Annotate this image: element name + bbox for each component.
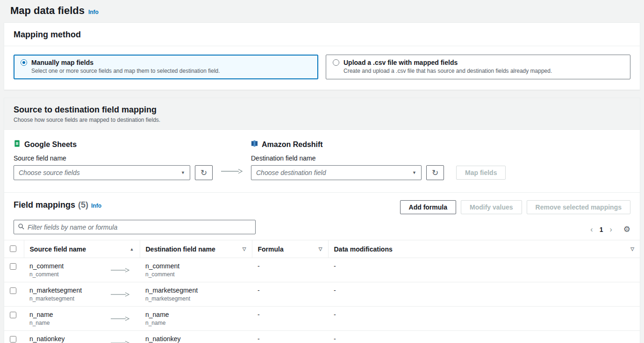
option-csv-label: Upload a .csv file with mapped fields (343, 59, 458, 66)
filter-column-icon[interactable]: ▽ (319, 246, 322, 252)
page-title: Map data fields (10, 5, 85, 17)
source-field-sub: n_comment (29, 271, 64, 278)
destination-field: n_nationkey (145, 335, 246, 343)
formula-value: - (258, 287, 260, 294)
flow-arrow-wrap (213, 140, 251, 175)
modifications-value: - (334, 335, 336, 343)
select-all-checkbox[interactable] (10, 245, 16, 252)
page-info-link[interactable]: Info (88, 9, 99, 15)
gear-icon: ⚙ (623, 225, 630, 234)
header-modifications-label: Data modifications (334, 245, 393, 253)
remove-selected-mappings-button[interactable]: Remove selected mappings (527, 200, 630, 214)
source-destination-header: Source to destination field mapping Choo… (4, 98, 640, 130)
radio-unselected-icon[interactable] (333, 59, 339, 66)
table-settings-button[interactable]: ⚙ (623, 224, 630, 234)
page-header: Map data fields Info (0, 0, 644, 22)
row-checkbox[interactable] (10, 336, 16, 343)
field-mappings-title-row: Field mappings (5) Info (14, 200, 101, 210)
filter-fields-input[interactable] (28, 224, 251, 231)
source-refresh-button[interactable]: ↻ (195, 165, 213, 180)
modifications-value: - (334, 262, 336, 270)
option-upload-csv[interactable]: Upload a .csv file with mapped fields Cr… (326, 55, 630, 79)
mapping-arrow-icon (111, 268, 129, 273)
field-mappings-count: (5) (78, 200, 88, 210)
pagination: ‹ 1 › ⚙ (589, 224, 630, 234)
source-column: Google Sheets Source field name Choose s… (14, 140, 213, 180)
table-row: n_nationkeyn_nationkey n_nationkeyn_nati… (4, 331, 640, 343)
row-checkbox[interactable] (10, 312, 16, 318)
current-page[interactable]: 1 (600, 226, 603, 233)
destination-select-placeholder: Choose destination field (256, 169, 326, 176)
destination-column: Amazon Redshift Destination field name C… (251, 140, 506, 180)
destination-field-label: Destination field name (251, 154, 506, 162)
option-manual-description: Select one or more source fields and map… (31, 68, 311, 74)
field-mappings-title: Field mappings (14, 200, 75, 210)
option-manually-map-fields[interactable]: Manually map fields Select one or more s… (14, 55, 318, 79)
source-field: n_marketsegment (29, 287, 82, 294)
source-field-sub: n_name (29, 320, 53, 326)
table-row: n_namen_name n_namen_name - - (4, 307, 640, 331)
header-source-field-name[interactable]: Source field name▲ (24, 240, 140, 258)
header-formula-label: Formula (258, 245, 284, 253)
google-sheets-icon (14, 140, 21, 149)
header-formula[interactable]: Formula▽ (252, 240, 328, 258)
sort-ascending-icon[interactable]: ▲ (130, 247, 134, 252)
radio-selected-icon[interactable] (21, 59, 27, 66)
chevron-down-icon: ▼ (412, 170, 416, 175)
destination-field-sub: n_name (145, 320, 246, 326)
row-checkbox[interactable] (10, 263, 16, 270)
modifications-value: - (334, 311, 336, 318)
field-mappings-header: Field mappings (5) Info Add formula Modi… (4, 193, 640, 219)
destination-refresh-button[interactable]: ↻ (426, 165, 444, 180)
chevron-down-icon: ▼ (181, 170, 185, 175)
next-page-button[interactable]: › (608, 225, 613, 234)
add-formula-button[interactable]: Add formula (400, 200, 456, 214)
refresh-icon: ↻ (200, 169, 207, 177)
formula-value: - (258, 335, 260, 343)
mapping-method-title: Mapping method (14, 30, 81, 39)
source-connector-name: Google Sheets (24, 140, 77, 149)
header-data-modifications[interactable]: Data modifications▽ (328, 240, 640, 258)
source-field-label: Source field name (14, 154, 213, 162)
destination-field-sub: n_comment (145, 271, 246, 278)
modifications-value: - (334, 287, 336, 294)
mapping-method-header: Mapping method (4, 23, 640, 46)
source-destination-description: Choose how source fields are mapped to d… (14, 117, 630, 123)
amazon-redshift-icon (251, 140, 258, 149)
destination-field-select[interactable]: Choose destination field ▼ (251, 165, 422, 180)
option-manual-label-row: Manually map fields (21, 59, 311, 66)
filter-column-icon[interactable]: ▽ (243, 246, 246, 252)
mapping-method-options: Manually map fields Select one or more s… (4, 46, 640, 90)
header-destination-field-name[interactable]: Destination field name▽ (140, 240, 252, 258)
source-connector-heading: Google Sheets (14, 140, 213, 149)
destination-field: n_marketsegment (145, 287, 246, 294)
destination-connector-name: Amazon Redshift (262, 140, 323, 149)
source-field: n_comment (29, 262, 64, 270)
source-destination-card: Source to destination field mapping Choo… (4, 98, 640, 343)
table-toolbar: ‹ 1 › ⚙ (4, 219, 640, 240)
source-field: n_name (29, 311, 53, 318)
destination-field: n_name (145, 311, 246, 318)
mapping-controls: Google Sheets Source field name Choose s… (4, 130, 640, 192)
filter-column-icon[interactable]: ▽ (630, 246, 634, 252)
field-mappings-table: Source field name▲ Destination field nam… (4, 240, 640, 343)
mapping-method-card: Mapping method Manually map fields Selec… (4, 22, 640, 90)
option-csv-description: Create and upload a .csv file that has s… (343, 68, 623, 74)
source-field-sub: n_marketsegment (29, 295, 82, 302)
table-row: n_marketsegmentn_marketsegment n_markets… (4, 282, 640, 307)
previous-page-button[interactable]: ‹ (589, 225, 594, 234)
modify-values-button[interactable]: Modify values (461, 200, 522, 214)
source-controls-row: Choose source fields ▼ ↻ (14, 165, 213, 180)
header-destination-label: Destination field name (146, 245, 215, 253)
formula-value: - (258, 262, 260, 270)
source-select-placeholder: Choose source fields (19, 169, 80, 176)
flow-arrow-icon (221, 168, 243, 174)
map-fields-button[interactable]: Map fields (456, 166, 506, 180)
destination-field-sub: n_marketsegment (145, 295, 246, 302)
source-field: n_nationkey (29, 335, 65, 343)
field-mappings-info-link[interactable]: Info (91, 203, 101, 209)
row-checkbox[interactable] (10, 287, 16, 294)
source-fields-select[interactable]: Choose source fields ▼ (14, 165, 190, 180)
header-source-label: Source field name (30, 245, 86, 253)
table-row: n_commentn_comment n_commentn_comment - … (4, 258, 640, 282)
